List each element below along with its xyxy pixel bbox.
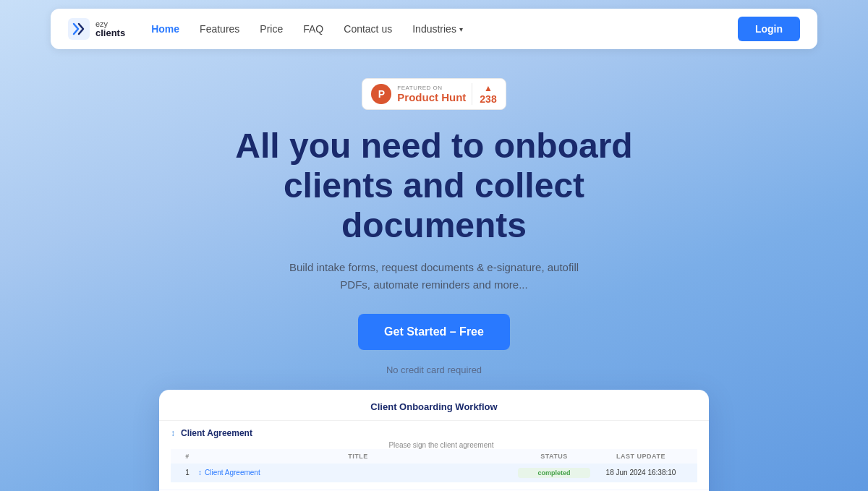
nav-features[interactable]: Features — [200, 23, 239, 35]
logo-icon — [68, 18, 90, 40]
logo[interactable]: ezy clients — [68, 18, 125, 40]
nav-faq[interactable]: FAQ — [303, 23, 323, 35]
logo-clients-label: clients — [95, 28, 125, 38]
nav-home[interactable]: Home — [151, 23, 179, 35]
ph-featured-label: FEATURED ON — [397, 85, 442, 91]
ph-votes: ▲ 238 — [472, 83, 496, 105]
cta-button[interactable]: Get Started – Free — [358, 314, 510, 350]
table-row: 1 ↕ Client Agreement completed 18 Jun 20… — [171, 464, 697, 482]
dashboard-preview: Client Onboarding Workflow ↕ Client Agre… — [159, 390, 709, 491]
hero-title: All you need to onboard clients and coll… — [217, 126, 651, 246]
product-hunt-text: FEATURED ON Product Hunt — [397, 85, 466, 103]
last-update-cell: 18 Jun 2024 16:38:10 — [590, 469, 692, 477]
nav-links: Home Features Price FAQ Contact us Indus… — [151, 23, 738, 35]
col-num: # — [176, 453, 198, 460]
table1-header: # TITLE STATUS LAST UPDATE — [171, 449, 697, 464]
chevron-down-icon: ▾ — [459, 25, 463, 33]
ph-vote-count: 238 — [480, 93, 496, 105]
navbar: ezy clients Home Features Price FAQ Cont… — [51, 9, 817, 49]
nav-industries-dropdown[interactable]: Industries ▾ — [412, 23, 463, 35]
nav-contact[interactable]: Contact us — [344, 23, 392, 35]
logo-text: ezy clients — [95, 20, 125, 38]
nav-price[interactable]: Price — [260, 23, 283, 35]
dashboard-header: Client Onboarding Workflow — [159, 390, 709, 421]
no-credit-card-text: No credit card required — [14, 364, 854, 375]
client-agreement-section: ↕ Client Agreement Please sign the clien… — [159, 421, 709, 490]
product-hunt-icon: P — [371, 84, 391, 104]
section1-title: Client Agreement — [181, 428, 252, 438]
doc-icon: ↕ — [198, 469, 202, 477]
col-title: TITLE — [198, 453, 518, 460]
col-last-update: LAST UPDATE — [590, 453, 692, 460]
dashboard-title: Client Onboarding Workflow — [370, 401, 497, 412]
login-button[interactable]: Login — [738, 17, 800, 41]
hero-section: P FEATURED ON Product Hunt ▲ 238 All you… — [0, 58, 868, 491]
ph-name-label: Product Hunt — [397, 91, 466, 103]
section1-desc: Please sign the client agreement — [185, 441, 697, 449]
row-num: 1 — [176, 469, 198, 477]
product-hunt-badge[interactable]: P FEATURED ON Product Hunt ▲ 238 — [362, 78, 506, 110]
hero-subtitle: Build intake forms, request documents & … — [275, 259, 593, 294]
row-title-link[interactable]: ↕ Client Agreement — [198, 469, 518, 477]
col-status: STATUS — [518, 453, 590, 460]
row-title-text: Client Agreement — [205, 469, 260, 477]
nav-industries-label: Industries — [412, 23, 456, 35]
section1-header: ↕ Client Agreement — [171, 428, 697, 438]
agreement-icon: ↕ — [171, 428, 175, 438]
status-badge: completed — [518, 468, 590, 478]
dashboard-card: Client Onboarding Workflow ↕ Client Agre… — [159, 390, 709, 491]
ph-upvote-icon: ▲ — [484, 83, 493, 93]
